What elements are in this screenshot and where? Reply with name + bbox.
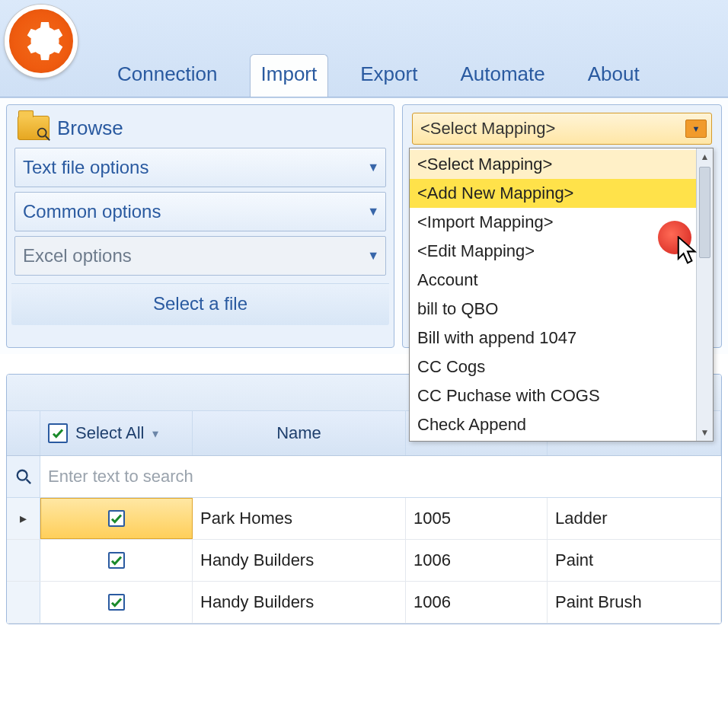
row-checkbox-cell[interactable] <box>40 582 193 623</box>
file-panel: Browse Text file options▼Common options▼… <box>6 104 394 348</box>
scroll-down-icon[interactable]: ▼ <box>697 424 713 441</box>
combo-label: Excel options <box>23 245 132 266</box>
mapping-dropdown-list: <Select Mapping><Add New Mapping><Import… <box>410 148 696 441</box>
mapping-option[interactable]: <Import Mapping> <box>410 208 696 237</box>
mapping-option[interactable]: <Add New Mapping> <box>410 179 696 208</box>
select-mapping-label: <Select Mapping> <box>420 119 555 139</box>
svg-line-3 <box>26 480 30 484</box>
mapping-option[interactable]: Bill with append 1047 <box>410 324 696 352</box>
mapping-dropdown: <Select Mapping><Add New Mapping><Import… <box>409 148 714 442</box>
browse-button[interactable]: Browse <box>10 108 391 148</box>
gear-icon <box>18 18 64 64</box>
tab-connection[interactable]: Connection <box>107 55 228 97</box>
row-checkbox[interactable] <box>108 594 125 611</box>
app-gear-button[interactable] <box>5 5 78 78</box>
row-checkbox-cell[interactable] <box>40 498 193 539</box>
filter-icon[interactable]: ▾ <box>152 426 158 441</box>
tab-export[interactable]: Export <box>350 55 428 97</box>
mapping-option[interactable]: Account <box>410 266 696 295</box>
cell-col3: 1006 <box>406 540 548 581</box>
grid-rows: ▸Park Homes1005LadderHandy Builders1006P… <box>7 498 721 624</box>
ribbon: ConnectionImportExportAutomateAbout <box>0 0 728 97</box>
table-row[interactable]: Handy Builders1006Paint Brush <box>7 582 721 624</box>
mapping-panel: <Select Mapping> ▼ <Select Mapping><Add … <box>402 104 722 348</box>
cell-name: Park Homes <box>193 498 406 539</box>
cell-name: Handy Builders <box>193 540 406 581</box>
search-icon <box>7 456 40 497</box>
select-all-checkbox[interactable] <box>48 423 68 443</box>
chevron-down-icon: ▼ <box>367 161 379 174</box>
svg-point-0 <box>38 129 46 137</box>
row-indicator <box>7 540 40 581</box>
row-checkbox[interactable] <box>108 510 125 527</box>
mapping-option[interactable]: Check Append <box>410 410 696 439</box>
chevron-down-icon: ▼ <box>685 120 707 138</box>
mapping-option[interactable]: <Edit Mapping> <box>410 237 696 266</box>
ribbon-tabs: ConnectionImportExportAutomateAbout <box>107 51 650 97</box>
search-input[interactable] <box>40 456 721 497</box>
row-indicator <box>7 582 40 623</box>
select-mapping-combo[interactable]: <Select Mapping> ▼ <box>412 113 712 145</box>
row-indicator: ▸ <box>7 498 40 539</box>
combo-text-file-options[interactable]: Text file options▼ <box>14 148 386 187</box>
scroll-up-icon[interactable]: ▲ <box>697 148 713 165</box>
scroll-track[interactable] <box>697 165 713 424</box>
combo-excel-options: Excel options▼ <box>14 236 386 276</box>
combo-common-options[interactable]: Common options▼ <box>14 192 386 231</box>
scrollbar[interactable]: ▲ ▼ <box>696 148 713 441</box>
select-all-header[interactable]: Select All ▾ <box>40 411 193 455</box>
panel-caption: Select a file <box>11 283 389 325</box>
tab-about[interactable]: About <box>577 55 650 97</box>
chevron-down-icon: ▼ <box>367 249 379 263</box>
combo-label: Common options <box>23 201 161 222</box>
mapping-option[interactable]: bill to QBO <box>410 295 696 324</box>
row-checkbox[interactable] <box>108 552 125 569</box>
folder-search-icon <box>18 116 49 140</box>
tab-import[interactable]: Import <box>250 54 329 97</box>
cell-col3: 1005 <box>406 498 548 539</box>
cell-col4: Paint Brush <box>548 582 721 623</box>
table-row[interactable]: ▸Park Homes1005Ladder <box>7 498 721 540</box>
mapping-option[interactable]: <Select Mapping> <box>410 150 696 179</box>
select-all-label: Select All <box>75 423 145 443</box>
search-row <box>7 456 721 498</box>
svg-line-1 <box>46 136 50 141</box>
cell-name: Handy Builders <box>193 582 406 623</box>
mapping-option[interactable]: CC Puchase with COGS <box>410 381 696 410</box>
row-checkbox-cell[interactable] <box>40 540 193 581</box>
combo-label: Text file options <box>23 157 148 178</box>
tab-automate[interactable]: Automate <box>449 55 555 97</box>
name-header-label: Name <box>276 423 321 443</box>
svg-point-2 <box>17 471 27 480</box>
cell-col3: 1006 <box>406 582 548 623</box>
mapping-option[interactable]: CC Cogs <box>410 352 696 381</box>
workarea: Browse Text file options▼Common options▼… <box>0 97 728 354</box>
row-indicator-header <box>7 411 40 455</box>
name-header[interactable]: Name <box>193 411 406 455</box>
table-row[interactable]: Handy Builders1006Paint <box>7 540 721 582</box>
cell-col4: Paint <box>548 540 721 581</box>
chevron-down-icon: ▼ <box>367 205 379 219</box>
scroll-thumb[interactable] <box>699 167 710 258</box>
cell-col4: Ladder <box>548 498 721 539</box>
browse-label: Browse <box>57 116 123 140</box>
